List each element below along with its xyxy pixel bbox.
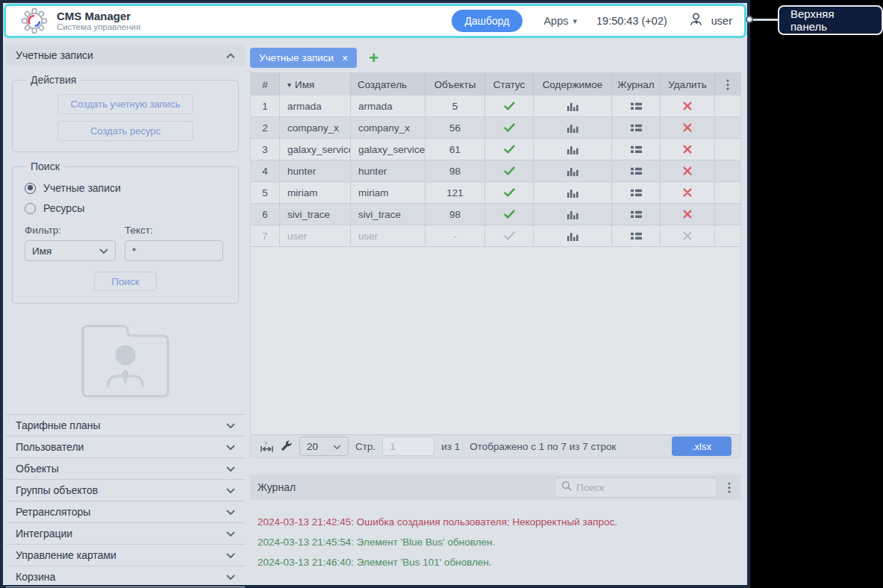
column-header-num[interactable]: # xyxy=(251,73,280,96)
content-chart-icon[interactable] xyxy=(534,225,612,246)
column-header-creator[interactable]: Создатель xyxy=(351,73,425,96)
tab-accounts[interactable]: Учетные записи × xyxy=(250,48,357,68)
content-chart-icon[interactable] xyxy=(534,96,612,116)
create-action-button[interactable]: Создать учетную запись xyxy=(57,94,193,114)
cell-objects: 61 xyxy=(425,139,485,160)
sidebar-item-accounts[interactable]: Учетные записи xyxy=(6,45,245,66)
column-header-objects[interactable]: Объекты xyxy=(425,73,485,96)
delete-x-icon[interactable] xyxy=(661,117,715,138)
cell-spacer xyxy=(715,225,740,246)
filter-label: Фильтр: xyxy=(25,225,116,236)
cell-objects: - xyxy=(425,225,485,246)
create-action-button[interactable]: Создать ресурс xyxy=(57,121,193,141)
wrench-settings-icon[interactable] xyxy=(281,440,293,452)
sidebar-sections: Тарифные планы Пользователи xyxy=(6,414,245,587)
sidebar-item[interactable]: Управление картами xyxy=(6,544,245,566)
journal-menu-dots-icon[interactable] xyxy=(728,482,731,493)
column-header-delete[interactable]: Удалить xyxy=(661,73,715,96)
delete-x-icon[interactable] xyxy=(661,182,715,203)
accounts-table: # ▾ Имя Создатель Объекты Статус Содержи… xyxy=(250,72,741,458)
add-tab-button[interactable]: + xyxy=(369,50,378,66)
journal-search-input[interactable] xyxy=(576,482,711,493)
filter-select[interactable]: Имя xyxy=(25,240,116,261)
fit-columns-icon[interactable]: ? xyxy=(260,440,274,453)
chevron-down-icon xyxy=(226,506,235,518)
cell-creator: user xyxy=(351,225,425,246)
journal-list-icon[interactable] xyxy=(612,225,661,246)
log-entry: 2024-03-13 21:46:40: Элемент 'Bus 101' о… xyxy=(258,552,734,572)
column-menu-dots-icon[interactable] xyxy=(715,73,740,96)
sidebar-item[interactable]: Объекты xyxy=(6,457,245,479)
chevron-down-icon xyxy=(226,463,235,475)
chevron-down-icon xyxy=(333,441,341,452)
close-icon[interactable]: × xyxy=(342,53,348,63)
sidebar-item[interactable]: Пользователи xyxy=(6,436,245,457)
app-subtitle: Система управления xyxy=(57,22,140,32)
table-row: 1 armada armada 5 xyxy=(251,96,740,117)
actions-fieldset: Действия Создать учетную запись Создать … xyxy=(12,74,239,152)
delete-x-icon[interactable] xyxy=(661,139,715,160)
cell-creator: sivi_trace xyxy=(351,204,425,225)
column-header-name[interactable]: ▾ Имя xyxy=(280,73,351,96)
search-button[interactable]: Поиск xyxy=(94,272,157,291)
cell-spacer xyxy=(715,139,740,160)
export-xlsx-button[interactable]: .xlsx xyxy=(672,437,731,456)
content-chart-icon[interactable] xyxy=(534,182,612,203)
journal-header: Журнал xyxy=(250,475,741,500)
actions-legend: Действия xyxy=(26,74,81,86)
cell-objects: 121 xyxy=(425,182,485,203)
cell-creator: miriam xyxy=(351,182,425,203)
journal-list-icon[interactable] xyxy=(612,182,661,203)
column-header-status[interactable]: Статус xyxy=(485,73,534,96)
delete-x-icon[interactable] xyxy=(661,96,715,116)
status-check-icon xyxy=(485,225,534,246)
user-menu[interactable]: user xyxy=(688,12,732,31)
cell-creator: armada xyxy=(351,96,425,116)
journal-list-icon[interactable] xyxy=(612,160,661,181)
cell-name: hunter xyxy=(280,160,351,181)
content-chart-icon[interactable] xyxy=(534,117,612,138)
log-entry: 2024-03-13 21:45:54: Элемент 'Blue Bus' … xyxy=(258,532,734,552)
journal-list-icon[interactable] xyxy=(612,96,661,116)
journal-list-icon[interactable] xyxy=(612,139,661,160)
page-number-input[interactable] xyxy=(382,437,434,456)
rows-summary: Отображено с 1 по 7 из 7 строк xyxy=(469,441,616,452)
page-size-select[interactable]: 20 xyxy=(299,437,349,456)
table-row: 6 sivi_trace sivi_trace 98 xyxy=(251,204,740,225)
sidebar-item[interactable]: Ретрансляторы xyxy=(6,501,245,522)
dashboard-button[interactable]: Дашборд xyxy=(452,10,523,32)
column-header-journal[interactable]: Журнал xyxy=(612,73,661,96)
journal-search-box[interactable] xyxy=(555,478,717,498)
sidebar-item[interactable]: Тарифные планы xyxy=(6,414,245,436)
column-header-content[interactable]: Содержимое xyxy=(534,73,612,96)
table-header: # ▾ Имя Создатель Объекты Статус Содержи… xyxy=(251,73,740,96)
apps-menu[interactable]: Apps ▾ xyxy=(543,15,577,27)
table-row: 5 miriam miriam 121 xyxy=(251,182,740,204)
radio-icon[interactable] xyxy=(25,183,36,194)
content-chart-icon[interactable] xyxy=(534,160,612,181)
sort-desc-icon: ▾ xyxy=(287,81,291,89)
radio-option[interactable]: Ресурсы xyxy=(25,202,231,214)
cell-objects: 5 xyxy=(425,96,485,116)
sidebar-item[interactable]: Корзина xyxy=(6,566,245,587)
journal-list-icon[interactable] xyxy=(612,117,661,138)
screen: CMS Manager Система управления Дашборд A… xyxy=(0,0,883,588)
radio-icon[interactable] xyxy=(25,203,36,214)
delete-x-icon[interactable] xyxy=(661,204,715,225)
search-text-input[interactable] xyxy=(125,240,223,261)
table-empty-area xyxy=(251,247,740,434)
sidebar-item[interactable]: Интеграции xyxy=(6,522,245,544)
chevron-down-icon xyxy=(226,419,235,431)
cell-creator: galaxy_service xyxy=(351,139,425,160)
status-check-icon xyxy=(485,182,534,203)
radio-option[interactable]: Учетные записи xyxy=(25,182,231,194)
delete-x-icon[interactable] xyxy=(661,225,715,246)
delete-x-icon[interactable] xyxy=(661,160,715,181)
cell-name: company_x xyxy=(280,117,351,138)
cell-objects: 98 xyxy=(425,204,485,225)
sidebar-item[interactable]: Группы объектов xyxy=(6,479,245,501)
content-chart-icon[interactable] xyxy=(534,139,612,160)
content-chart-icon[interactable] xyxy=(534,204,612,225)
chevron-down-icon xyxy=(226,441,235,453)
journal-list-icon[interactable] xyxy=(612,204,661,225)
